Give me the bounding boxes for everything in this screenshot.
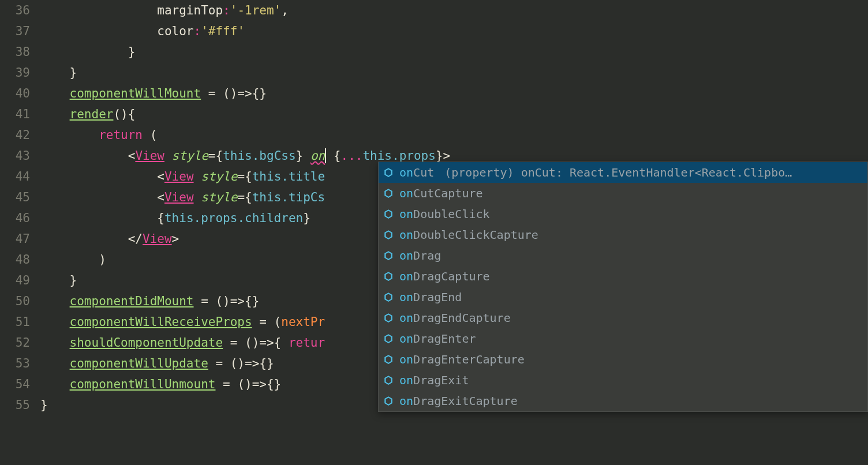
line-number: 37 xyxy=(0,21,30,42)
line-number: 55 xyxy=(0,395,30,415)
line-number: 39 xyxy=(0,62,30,83)
property-icon xyxy=(382,249,395,262)
autocomplete-label: onDragCapture xyxy=(399,269,490,283)
line-number: 38 xyxy=(0,42,30,62)
autocomplete-label: onDoubleClickCapture xyxy=(399,228,538,242)
line-number: 46 xyxy=(0,208,30,228)
line-number: 40 xyxy=(0,83,30,104)
line-number: 49 xyxy=(0,270,30,291)
property-icon xyxy=(382,187,395,200)
autocomplete-label: onDragExit xyxy=(399,373,469,387)
property-icon xyxy=(382,395,395,407)
autocomplete-popup[interactable]: onCut(property) onCut: React.EventHandle… xyxy=(378,162,868,412)
line-number: 52 xyxy=(0,332,30,353)
autocomplete-item[interactable]: onDragExitCapture xyxy=(379,391,867,411)
autocomplete-label: onDragEnter xyxy=(399,332,476,346)
autocomplete-label: onDragEnterCapture xyxy=(399,352,525,366)
autocomplete-label: onDoubleClick xyxy=(399,207,490,221)
autocomplete-item[interactable]: onDragExit xyxy=(379,370,867,391)
line-number: 36 xyxy=(0,0,30,21)
autocomplete-label: onDrag xyxy=(399,249,441,262)
property-icon xyxy=(382,374,395,387)
autocomplete-item[interactable]: onDragEnterCapture xyxy=(379,349,867,370)
property-icon xyxy=(382,166,395,179)
property-icon xyxy=(382,312,395,324)
line-number: 44 xyxy=(0,166,30,187)
autocomplete-item[interactable]: onDragEnter xyxy=(379,328,867,349)
autocomplete-label: onDragExitCapture xyxy=(399,394,518,408)
code-line[interactable]: color:'#fff' xyxy=(40,21,868,42)
line-number: 45 xyxy=(0,187,30,208)
autocomplete-label: onDragEnd xyxy=(399,290,462,304)
autocomplete-item[interactable]: onCut(property) onCut: React.EventHandle… xyxy=(379,162,867,183)
line-number: 41 xyxy=(0,104,30,125)
code-line[interactable]: } xyxy=(40,62,868,83)
line-number: 50 xyxy=(0,291,30,312)
property-icon xyxy=(382,353,395,366)
autocomplete-label: onCut xyxy=(399,166,434,179)
autocomplete-item[interactable]: onDragEnd xyxy=(379,287,867,308)
autocomplete-item[interactable]: onDrag xyxy=(379,245,867,266)
autocomplete-item[interactable]: onDoubleClick xyxy=(379,204,867,224)
property-icon xyxy=(382,270,395,283)
line-number: 53 xyxy=(0,353,30,374)
autocomplete-detail: (property) onCut: React.EventHandler<Rea… xyxy=(444,166,864,179)
line-number: 42 xyxy=(0,125,30,145)
line-number: 54 xyxy=(0,374,30,395)
line-number: 43 xyxy=(0,145,30,166)
code-line[interactable]: } xyxy=(40,42,868,62)
autocomplete-item[interactable]: onDragCapture xyxy=(379,266,867,287)
property-icon xyxy=(382,332,395,345)
autocomplete-label: onDragEndCapture xyxy=(399,311,511,325)
autocomplete-label: onCutCapture xyxy=(399,186,483,200)
line-number: 48 xyxy=(0,249,30,270)
code-line[interactable]: marginTop:'-1rem', xyxy=(40,0,868,21)
autocomplete-item[interactable]: onDragEndCapture xyxy=(379,308,867,328)
line-number-gutter: 3637383940414243444546474849505152535455 xyxy=(0,0,40,465)
code-line[interactable]: return ( xyxy=(40,125,868,145)
line-number: 51 xyxy=(0,312,30,332)
property-icon xyxy=(382,208,395,220)
property-icon xyxy=(382,291,395,303)
autocomplete-item[interactable]: onDoubleClickCapture xyxy=(379,224,867,245)
autocomplete-item[interactable]: onCutCapture xyxy=(379,183,867,204)
code-line[interactable]: componentWillMount = ()=>{} xyxy=(40,83,868,104)
line-number: 47 xyxy=(0,228,30,249)
property-icon xyxy=(382,228,395,241)
code-line[interactable]: render(){ xyxy=(40,104,868,125)
